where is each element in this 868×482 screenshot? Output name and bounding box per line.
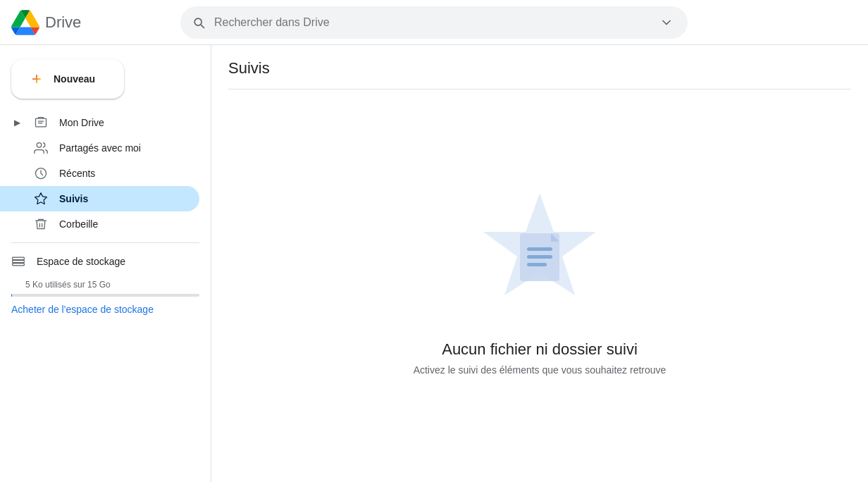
sidebar-item-corbeille[interactable]: ▶ Corbeille <box>0 211 199 237</box>
search-bar <box>180 6 688 39</box>
drive-logo-icon <box>11 8 39 37</box>
storage-used-text: 5 Ko utilisés sur 15 Go <box>0 280 211 290</box>
buy-storage-text: Acheter de l'espace de stockage <box>11 304 154 315</box>
logo-area: Drive <box>11 8 180 37</box>
sidebar-item-recents[interactable]: ▶ Récents <box>0 161 199 186</box>
sidebar-item-label: Corbeille <box>59 218 98 230</box>
mon-drive-icon <box>34 116 48 130</box>
page-title: Suivis <box>228 59 851 78</box>
sidebar-item-partages[interactable]: ▶ Partagés avec moi <box>0 135 199 161</box>
partages-icon <box>34 141 48 155</box>
empty-state-subtitle: Activez le suivi des éléments que vous s… <box>414 364 666 376</box>
sidebar-item-label: Suivis <box>59 193 88 204</box>
sidebar-divider <box>11 242 199 243</box>
plus-icon <box>28 70 45 87</box>
buy-storage-link[interactable]: Acheter de l'espace de stockage <box>0 302 211 317</box>
svg-rect-7 <box>13 264 25 266</box>
layout: Nouveau ▶ Mon Drive ▶ <box>0 45 868 482</box>
suivis-icon <box>34 192 48 206</box>
storage-label: Espace de stockage <box>11 254 199 268</box>
expand-icon: ▶ <box>11 118 23 128</box>
sidebar-item-suivis[interactable]: ▶ Suivis <box>0 186 199 211</box>
search-icon <box>192 16 206 30</box>
empty-state-illustration <box>469 183 610 323</box>
empty-illustration <box>469 183 610 323</box>
sidebar-item-label: Mon Drive <box>59 117 104 128</box>
storage-section: Espace de stockage <box>0 249 211 280</box>
storage-bar <box>11 294 199 297</box>
header: Drive <box>0 0 868 45</box>
main-content: Suivis Aucun fich <box>211 45 868 482</box>
svg-rect-11 <box>527 263 547 266</box>
new-button-label: Nouveau <box>54 73 95 85</box>
chevron-down-icon <box>659 16 674 30</box>
new-button[interactable]: Nouveau <box>11 59 124 99</box>
svg-rect-9 <box>527 247 552 251</box>
search-input[interactable] <box>214 16 648 29</box>
storage-title: Espace de stockage <box>37 256 125 267</box>
svg-rect-6 <box>13 260 25 262</box>
sidebar: Nouveau ▶ Mon Drive ▶ <box>0 45 211 482</box>
search-dropdown-button[interactable] <box>657 13 676 32</box>
svg-rect-1 <box>38 121 44 122</box>
corbeille-icon <box>34 217 48 231</box>
recents-icon <box>34 166 48 180</box>
sidebar-item-label: Partagés avec moi <box>59 142 141 154</box>
sidebar-item-mon-drive[interactable]: ▶ Mon Drive <box>0 110 199 135</box>
storage-icon <box>11 254 25 268</box>
svg-rect-10 <box>527 255 552 259</box>
empty-state: Aucun fichier ni dossier suivi Activez l… <box>228 89 851 468</box>
app-name: Drive <box>45 13 81 32</box>
svg-point-3 <box>37 143 42 148</box>
empty-state-title: Aucun fichier ni dossier suivi <box>442 340 638 359</box>
sidebar-item-label: Récents <box>59 168 95 179</box>
storage-bar-fill <box>11 294 12 297</box>
svg-rect-5 <box>13 257 25 259</box>
svg-rect-2 <box>38 123 43 123</box>
